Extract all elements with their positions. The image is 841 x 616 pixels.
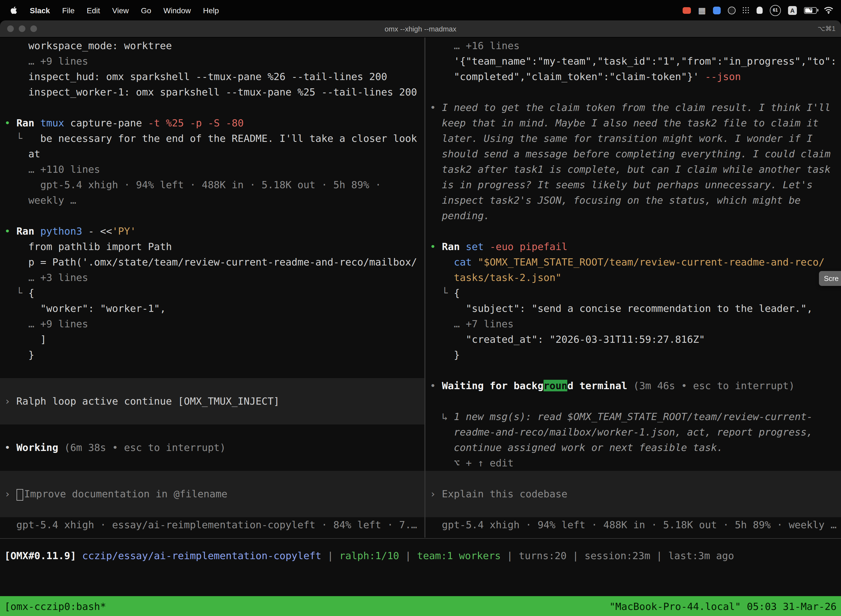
text-segment: } [4,349,34,361]
text-segment: • [4,117,10,129]
text-segment: … +110 lines [4,163,100,175]
text-segment: "$OMX_TEAM_STATE_ROOT/team/review-curren… [478,256,825,268]
terminal-line: • Ran python3 - <<'PY' [0,224,424,239]
terminal-line: from pathlib import Path [0,239,424,254]
text-segment: | [399,550,417,561]
text-segment: Improve documentation in @filename [24,488,227,500]
text-segment: └ [430,287,448,299]
menu-item-window[interactable]: Window [163,6,191,15]
zoom-button[interactable] [30,25,37,32]
text-segment: later. Using the same for transition mig… [430,132,813,144]
window-grid-icon[interactable]: ▦ [698,6,706,14]
text-segment: tasks/task-2.json" [430,271,561,283]
text-segment: Ran [442,241,460,252]
terminal-line: should send a message before completing … [425,146,841,162]
pane-divider[interactable] [424,38,425,538]
input-source-icon[interactable]: A [788,6,797,15]
menu-bar: Slack FileEditViewGoWindowHelp ▦ 61 A ϟ [0,0,841,21]
text-segment [10,225,16,237]
text-segment: I need to get the claim token from the c… [442,101,831,113]
apple-menu-icon[interactable] [10,6,18,15]
menu-item-file[interactable]: File [62,6,75,15]
text-segment: inspect_worker-1: omx sparkshell --tmux-… [4,86,417,98]
text-segment: inspect_hud: omx sparkshell --tmux-pane … [4,70,387,82]
menu-item-help[interactable]: Help [203,6,219,15]
terminal-line: p = Path('.omx/state/team/review-current… [0,254,424,270]
text-segment: • [430,380,436,392]
text-segment: | [501,550,519,561]
menu-items: FileEditViewGoWindowHelp [62,6,219,15]
text-segment: cczip/essay/ai-reimplementation-copyleft [82,550,321,561]
left-pane-lines: workspace_mode: worktree … +9 lines insp… [0,38,424,538]
terminal-line: tasks/task-2.json" [425,270,841,285]
menu-bar-status-icons: ▦ 61 A ϟ [683,5,841,16]
battery-ring-icon[interactable]: 61 [770,5,781,16]
terminal-line: … +9 lines [0,316,424,332]
text-segment: … +9 lines [4,55,88,67]
terminal-line: › Improve documentation in @filename [0,486,424,502]
app-blob-icon[interactable] [757,7,763,14]
wifi-icon[interactable] [824,7,833,14]
terminal-line: readme-and-reco/mailbox/worker-1.json, a… [425,424,841,440]
text-segment: ] [4,333,46,345]
terminal-content[interactable]: workspace_mode: worktree … +9 lines insp… [0,38,841,596]
text-segment: { [22,287,34,299]
text-segment: … +9 lines [4,318,88,330]
terminal-line: • Ran set -euo pipefail [425,239,841,254]
text-segment: tmux [40,117,64,129]
menu-item-edit[interactable]: Edit [86,6,100,15]
terminal-line [0,424,424,440]
text-segment: gpt-5.4 xhigh · essay/ai-reimplementatio… [4,519,417,531]
terminal-line: › Explain this codebase [425,486,841,502]
text-segment [34,117,40,129]
terminal-line: inspect_hud: omx sparkshell --tmux-pane … [0,69,424,84]
terminal-line [0,409,424,424]
text-segment: (3m 46s • esc to interrupt) [627,380,795,392]
battery-icon[interactable]: ϟ [804,7,817,13]
text-segment: "completed","claim_token":"claim-token"}… [430,70,699,82]
text-segment: "created_at": "2026-03-31T11:59:27.816Z" [430,333,705,345]
terminal-window: omx --xhigh --madmax ⌥⌘1 workspace_mode:… [0,21,841,616]
minimize-button[interactable] [19,25,25,32]
terminal-line: "subject": "send a concise recommendatio… [425,301,841,316]
text-segment: • [430,101,436,113]
text-segment [34,225,40,237]
screen-tooltip: Scre [819,271,841,286]
text-segment: cat [454,256,472,268]
close-button[interactable] [7,25,14,32]
terminal-line [0,471,424,486]
text-segment: set [466,241,484,252]
terminal-line: task2 after task1 is complete, but can I… [425,162,841,177]
terminal-line: cat "$OMX_TEAM_STATE_ROOT/team/review-cu… [425,254,841,270]
text-segment: … +7 lines [430,318,513,330]
text-segment: turns:20 [519,550,567,561]
text-segment [10,441,16,453]
terminal-line: • Ran tmux capture-pane -t %25 -p -S -80 [0,115,424,131]
terminal-line: } [0,347,424,363]
text-segment: } [430,349,460,361]
window-titlebar[interactable]: omx --xhigh --madmax ⌥⌘1 [0,21,841,38]
menu-item-view[interactable]: View [112,6,129,15]
dark-ring-app-icon[interactable] [728,6,736,14]
menu-item-go[interactable]: Go [141,6,151,15]
text-segment: --json [699,70,741,82]
text-segment: be necessary for the end of the README. … [22,132,417,144]
terminal-line: } [425,347,841,363]
terminal-line: at [0,146,424,162]
text-segment: d terminal [568,380,627,392]
text-segment: "subject": "send a concise recommendatio… [430,302,813,314]
text-segment: session:23m [585,550,650,561]
screen-recording-indicator-icon[interactable] [683,7,691,13]
tmux-host-time: "MacBook-Pro-44.local" 05:03 31-Mar-26 [609,600,837,612]
text-segment: task2 after task1 is complete, but can I… [430,163,831,175]
blue-app-icon[interactable] [713,6,721,14]
terminal-line: "worker": "worker-1", [0,301,424,316]
terminal-line: › Ralph loop active continue [OMX_TMUX_I… [0,393,424,409]
dots-grid-app-icon[interactable] [743,7,749,13]
text-segment: '{"team_name":"my-team","task_id":"1","f… [430,55,837,67]
text-segment [76,550,82,561]
terminal-line [425,224,841,239]
text-segment: • [430,241,436,252]
hud-separator [0,538,841,539]
menu-app-name[interactable]: Slack [30,6,50,15]
